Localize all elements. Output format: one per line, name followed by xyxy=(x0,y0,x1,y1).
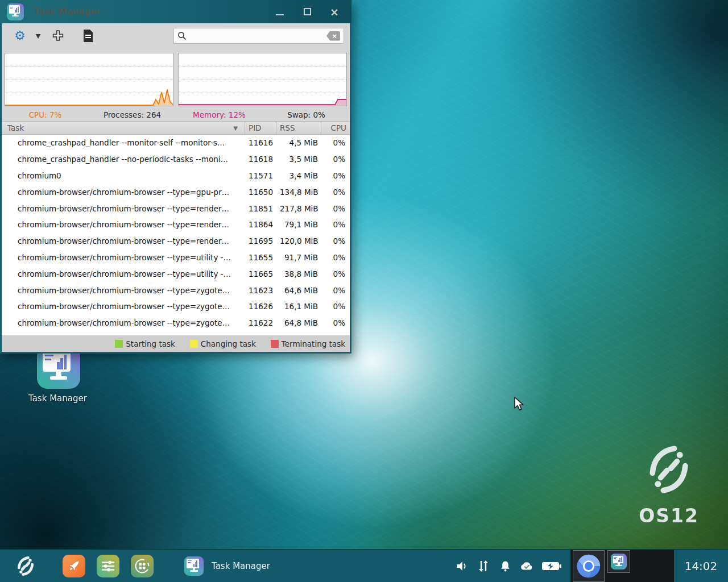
search-input[interactable] xyxy=(187,32,326,40)
row-cell: chromium-browser/chromium-browser --type… xyxy=(2,220,245,229)
battery-button[interactable] xyxy=(541,559,562,573)
minimize-button[interactable] xyxy=(268,3,291,20)
table-row[interactable]: chromium-browser/chromium-browser --type… xyxy=(2,265,350,282)
row-cell: chromium-browser/chromium-browser --type… xyxy=(2,236,245,246)
row-cell: 64,8 MiB xyxy=(276,318,321,327)
taskbar-window-button[interactable]: Task Manager xyxy=(179,550,276,582)
column-header-task[interactable]: Task ▼ xyxy=(2,122,245,134)
cpu-usage-label: CPU: 7% xyxy=(2,110,89,119)
table-row[interactable]: chromium-browser/chromium-browser --type… xyxy=(2,250,350,266)
task-manager-window: Task Manager × ⚙ ▼ xyxy=(0,0,351,354)
row-cell: 0% xyxy=(321,138,350,147)
row-cell: 0% xyxy=(321,286,350,295)
cloud-sync-button[interactable] xyxy=(519,559,534,573)
table-row[interactable]: chromium-browser/chromium-browser --type… xyxy=(2,184,350,200)
clock[interactable]: 14:02 xyxy=(674,559,728,573)
os-brand: OS12 xyxy=(635,442,703,527)
taskbar: Task Manager xyxy=(0,549,728,582)
toolbar: ⚙ ▼ xyxy=(2,23,350,48)
titlebar[interactable]: Task Manager × xyxy=(0,0,351,23)
legend-swatch xyxy=(190,340,198,348)
gear-icon: ⚙ xyxy=(14,30,26,42)
legend-label: Changing task xyxy=(201,339,256,348)
table-row[interactable]: chromium-browser/chromium-browser --type… xyxy=(2,217,350,233)
chromium-tray-button[interactable] xyxy=(573,550,605,582)
row-cell: 0% xyxy=(321,318,350,327)
desktop-icon-label: Task Manager xyxy=(28,393,84,404)
row-cell: chromium-browser/chromium-browser --type… xyxy=(2,269,245,278)
app-grid-launcher-button[interactable] xyxy=(131,555,154,577)
search-icon xyxy=(177,31,187,40)
desktop-icon-task-manager[interactable]: Task Manager xyxy=(33,346,84,404)
os-brand-text: OS12 xyxy=(635,505,703,527)
row-cell: chromium-browser/chromium-browser --type… xyxy=(2,188,245,197)
row-cell: 0% xyxy=(321,204,350,213)
row-cell: 134,8 MiB xyxy=(276,188,321,197)
volume-button[interactable] xyxy=(454,559,469,573)
row-cell: 11695 xyxy=(245,236,276,246)
memory-usage-label: Memory: 12% xyxy=(176,110,263,119)
row-cell: chromium0 xyxy=(2,171,245,180)
cpu-history-sparkline xyxy=(5,53,173,106)
task-manager-tray-button[interactable] xyxy=(607,550,630,573)
legend-item: Terminating task xyxy=(271,339,345,348)
search-box[interactable]: × xyxy=(173,28,344,44)
row-cell: 11622 xyxy=(245,318,276,327)
table-header: Task ▼ PID RSS CPU xyxy=(2,121,350,135)
row-cell: 4,5 MiB xyxy=(276,138,321,147)
network-transfer-button[interactable] xyxy=(476,559,491,573)
column-header-rss[interactable]: RSS xyxy=(276,122,321,134)
row-cell: 11655 xyxy=(245,253,276,262)
close-button[interactable]: × xyxy=(323,3,346,20)
graphs-area xyxy=(2,48,350,108)
row-cell: 3,5 MiB xyxy=(276,155,321,164)
notifications-button[interactable] xyxy=(498,559,512,573)
table-row[interactable]: chromium-browser/chromium-browser --type… xyxy=(2,233,350,250)
rocket-icon xyxy=(67,559,81,573)
identify-window-button[interactable] xyxy=(46,26,70,45)
column-header-cpu[interactable]: CPU xyxy=(321,122,350,134)
bell-icon xyxy=(499,559,512,573)
app-grid-icon xyxy=(134,558,150,574)
row-cell: 11571 xyxy=(245,171,276,180)
crosshair-icon xyxy=(51,28,65,43)
table-row[interactable]: chromium0115713,4 MiB0% xyxy=(2,168,350,184)
column-header-pid[interactable]: PID xyxy=(245,122,276,134)
row-cell: 64,6 MiB xyxy=(276,286,321,295)
row-cell: 11851 xyxy=(245,204,276,213)
settings-launcher-button[interactable] xyxy=(97,555,119,577)
os12-logo-icon xyxy=(647,442,691,497)
process-table: chrome_crashpad_handler --monitor-self -… xyxy=(2,135,350,335)
row-cell: chromium-browser/chromium-browser --type… xyxy=(2,318,245,327)
legend-label: Terminating task xyxy=(282,339,345,348)
status-bar: CPU: 7% Processes: 264 Memory: 12% Swap:… xyxy=(2,108,350,121)
table-row[interactable]: chrome_crashpad_handler --no-periodic-ta… xyxy=(2,151,350,168)
table-row[interactable]: chromium-browser/chromium-browser --type… xyxy=(2,282,350,298)
table-row[interactable]: chromium-browser/chromium-browser --type… xyxy=(2,315,350,331)
window-icon xyxy=(7,3,24,20)
row-cell: 3,4 MiB xyxy=(276,171,321,180)
window-title: Task Manager xyxy=(34,7,268,17)
volume-icon xyxy=(455,559,469,573)
clear-search-icon[interactable]: × xyxy=(326,31,340,41)
row-cell: 11864 xyxy=(245,220,276,229)
rocket-launcher-button[interactable] xyxy=(63,555,85,577)
row-cell: 0% xyxy=(321,188,350,197)
maximize-button[interactable] xyxy=(296,3,318,20)
row-cell: 0% xyxy=(321,171,350,180)
details-button[interactable] xyxy=(78,26,98,45)
swap-label: Swap: 0% xyxy=(263,110,350,119)
table-row[interactable]: chromium-browser/chromium-browser --type… xyxy=(2,200,350,217)
settings-dropdown-arrow-icon[interactable]: ▼ xyxy=(30,32,46,40)
battery-icon xyxy=(541,560,562,572)
row-cell: 16,1 MiB xyxy=(276,302,321,311)
taskbar-window-label: Task Manager xyxy=(212,561,270,571)
os12-menu-button[interactable] xyxy=(13,553,39,579)
table-row[interactable]: chromium-browser/chromium-browser --type… xyxy=(2,298,350,315)
legend-item: Starting task xyxy=(115,339,175,348)
row-cell: 120,0 MiB xyxy=(276,236,321,246)
settings-button[interactable]: ⚙ xyxy=(10,26,30,45)
table-row[interactable]: chrome_crashpad_handler --monitor-self -… xyxy=(2,135,350,151)
row-cell: 0% xyxy=(321,253,350,262)
legend-bar: Starting taskChanging taskTerminating ta… xyxy=(2,335,350,352)
